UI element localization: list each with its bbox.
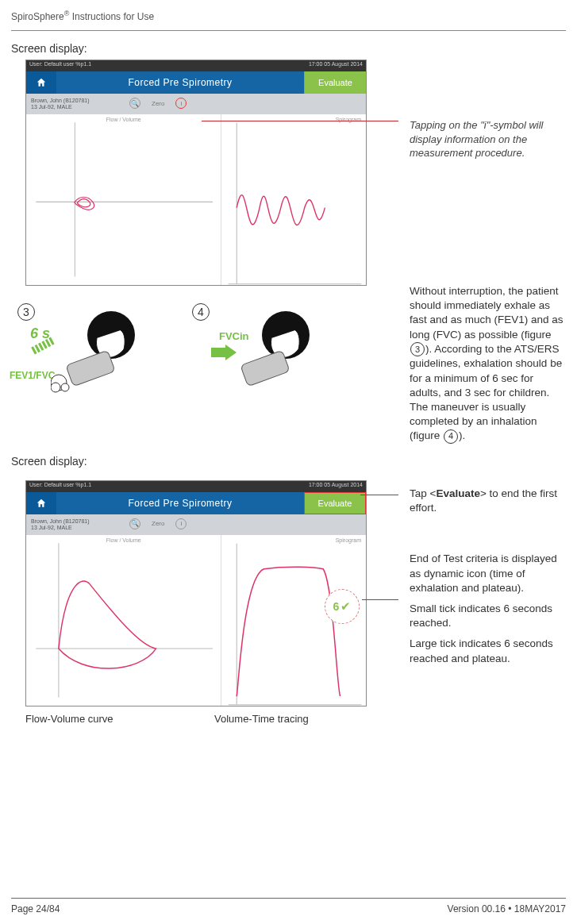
curve-labels: Flow-Volume curve Volume-Time tracing [25,713,566,725]
screen-title: Forced Pre Spirometry [56,71,304,94]
eot-number: 6 [333,600,340,613]
figure-4-number: 4 [192,303,210,321]
end-of-test-badge: 6 ✔ [325,589,360,624]
inline-fig3: 3 [410,342,425,356]
svg-rect-10 [240,350,290,386]
instr-part2: ). According to the ATS/ERS guidelines, … [410,343,562,442]
status-right-2: 17:00 05 August 2014 [309,482,363,487]
callout-line-eot [362,599,398,600]
chart-area: Flow / Volume Spirogram [26,114,366,286]
tap-evaluate-annotation: Tap <Evaluate> to end the first effort. [410,487,566,515]
home-icon-2 [36,498,47,509]
callout-line-info [202,121,398,121]
version-label: Version 00.16 • 18MAY2017 [448,903,566,914]
status-bar: User: Default user %p1.1 17:00 05 August… [26,60,366,71]
patient-name: Brown, John (B120781) [31,98,90,104]
patient-name-2: Brown, John (B120781) [31,518,90,525]
flow-volume-label: Flow-Volume curve [25,713,214,725]
screen-display-label-2: Screen display: [11,455,566,468]
instruction-text: Without interruption, the patient should… [410,284,566,444]
check-icon: ✔ [340,599,351,614]
patient-sub: 13 Jul-92, MALE [31,104,90,110]
home-icon [36,77,47,88]
info-annotation: Tapping on the "i"-symbol will display i… [410,118,566,160]
search-icon-2[interactable]: 🔍 [129,518,140,529]
spirogram-curve [221,114,366,286]
page-number: Page 24/84 [11,903,60,914]
screenshot-1: User: Default user %p1.1 17:00 05 August… [25,60,367,286]
title-bar-2: Forced Pre Spirometry Evaluate [26,492,366,514]
search-icon[interactable]: 🔍 [129,98,140,109]
title-bar: Forced Pre Spirometry Evaluate [26,71,366,94]
evaluate-button-highlighted[interactable]: Evaluate [304,492,366,514]
fev-fvc-label: FEV1/FVC [10,370,55,381]
info-icon-2[interactable]: i [175,518,187,529]
patient-bar: Brown, John (B120781) 13 Jul-92, MALE 🔍 … [26,94,366,114]
eval-bold: Evaluate [436,487,480,499]
status-right: 17:00 05 August 2014 [309,61,363,67]
zero-label[interactable]: Zero [152,100,164,107]
inline-fig4: 4 [444,429,458,444]
patient-exhale-illustration [51,308,170,403]
info-icon[interactable]: i [175,98,187,109]
patient-bar-2: Brown, John (B120781) 13 Jul-92, MALE 🔍 … [26,514,366,535]
zero-label-2[interactable]: Zero [152,520,164,527]
patient-sub-2: 13 Jul-92, MALE [31,525,90,531]
flow-volume-loop [26,535,221,706]
eot-annotation-3: Large tick indicates 6 seconds reached a… [410,637,566,665]
svg-rect-5 [66,350,115,386]
svg-point-7 [51,383,60,392]
svg-point-8 [61,383,69,391]
callout-line-evaluate [360,495,398,495]
eot-annotation-1: End of Test criteria is displayed as dyn… [410,552,566,595]
evaluate-button[interactable]: Evaluate [304,71,366,94]
doc-header: SpiroSphere® Instructions for Use [11,10,566,22]
status-left: User: Default user %p1.1 [29,61,91,67]
status-bar-2: User: Default user %p1.1 17:00 05 August… [26,481,366,492]
header-suffix: Instructions for Use [72,11,154,22]
flow-volume-curve [26,114,221,286]
home-button-2[interactable] [26,492,56,514]
home-button[interactable] [26,71,56,94]
instr-part1: Without interruption, the patient should… [410,285,564,341]
header-rule [11,30,566,31]
screen-title-2: Forced Pre Spirometry [56,492,304,514]
volume-time-label: Volume-Time tracing [214,713,309,725]
eval-pre: Tap < [410,487,436,499]
product-name: SpiroSphere [11,11,64,22]
figure-3-number: 3 [17,303,35,321]
screen-display-label-1: Screen display: [11,42,566,55]
screenshot-2: User: Default user %p1.1 17:00 05 August… [25,480,367,706]
instr-part3: ). [459,429,465,441]
patient-inhale-illustration [225,308,344,403]
status-left-2: User: Default user %p1.1 [29,482,91,487]
page-footer: Page 24/84 Version 00.16 • 18MAY2017 [11,898,566,914]
eot-annotation-2: Small tick indicates 6 seconds reached. [410,602,566,630]
